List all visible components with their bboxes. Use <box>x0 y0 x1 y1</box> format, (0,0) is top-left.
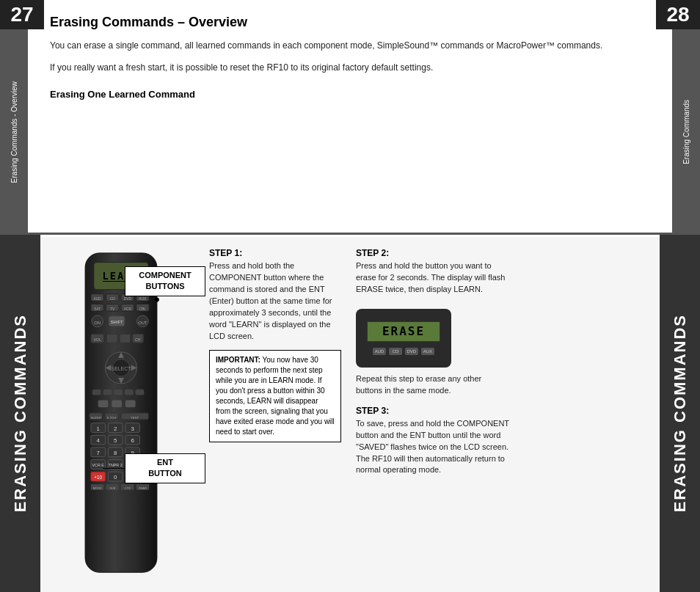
erase-buttons-row: AUD CD DVD AUX <box>373 348 434 355</box>
step2-3-column: STEP 2: Press and hold the button you wa… <box>349 237 517 592</box>
big-label-right: ERASING COMMANDS <box>660 235 700 592</box>
step1-block: STEP 1: Press and hold both the COMPONEN… <box>209 248 341 343</box>
svg-rect-38 <box>92 390 101 395</box>
svg-text:SLEEP: SLEEP <box>91 416 101 420</box>
step1-title: STEP 1: <box>209 248 341 258</box>
erase-btn-dvd: DVD <box>405 348 418 355</box>
intro-para2: If you really want a fresh start, it is … <box>50 61 650 74</box>
component-buttons-label: COMPONENTBUTTONS <box>125 266 205 296</box>
top-section: Erasing Commands – Overview You can eras… <box>28 0 672 235</box>
side-tab-left: Erasing Commands - Overview <box>0 29 28 235</box>
svg-text:4: 4 <box>97 437 101 444</box>
step3-block: STEP 3: To save, press and hold the COMP… <box>356 406 510 477</box>
svg-text:SUB: SUB <box>109 486 115 490</box>
step2-block: STEP 2: Press and hold the button you wa… <box>356 248 510 296</box>
svg-text:7: 7 <box>97 450 100 456</box>
erase-btn-aux: AUX <box>421 348 434 355</box>
erase-btn-aud: AUD <box>373 348 386 355</box>
erase-btn-cd: CD <box>389 348 402 355</box>
callout-area: COMPONENTBUTTONS ENTBUTTON <box>103 266 205 483</box>
svg-text:AUD: AUD <box>94 297 102 301</box>
svg-text:+10: +10 <box>94 475 102 480</box>
erase-screen: ERASE <box>367 321 440 342</box>
svg-text:MODE: MODE <box>93 486 102 490</box>
big-label-left: ERASING COMMANDS <box>0 235 40 592</box>
svg-text:ON: ON <box>94 321 101 325</box>
remote-area: LEARN AUD CD DVD AUX SAT TV VCR CBL ON S… <box>40 237 202 592</box>
step2-text: Press and hold the button you want to er… <box>356 260 510 296</box>
page-number-left: 27 <box>0 0 44 29</box>
svg-text:REAR: REAR <box>139 486 147 490</box>
step2-title: STEP 2: <box>356 248 510 258</box>
step2-note: Repeat this step to erase any other butt… <box>356 373 510 397</box>
step3-title: STEP 3: <box>356 406 510 416</box>
side-tab-right: Erasing Commands <box>672 29 700 235</box>
step1-text: Press and hold both the COMPONENT button… <box>209 260 341 343</box>
bottom-section: LEARN AUD CD DVD AUX SAT TV VCR CBL ON S… <box>40 237 660 592</box>
warning-box: IMPORTANT: You now have 30 seconds to pe… <box>209 350 341 442</box>
svg-text:1: 1 <box>97 425 100 432</box>
intro-para1: You can erase a single command, all lear… <box>50 39 650 52</box>
page-number-right: 28 <box>656 0 700 29</box>
svg-text:SAT: SAT <box>94 307 101 311</box>
page-title: Erasing Commands – Overview <box>50 15 650 30</box>
svg-text:VOL: VOL <box>94 338 101 342</box>
ent-button-label: ENTBUTTON <box>125 453 205 483</box>
subheading: Erasing One Learned Command <box>50 89 650 100</box>
svg-text:CTR: CTR <box>125 486 131 490</box>
step3-text: To save, press and hold the COMPONENT bu… <box>356 418 510 477</box>
step1-column: STEP 1: Press and hold both the COMPONEN… <box>202 237 349 592</box>
erase-display: ERASE AUD CD DVD AUX <box>356 309 451 368</box>
